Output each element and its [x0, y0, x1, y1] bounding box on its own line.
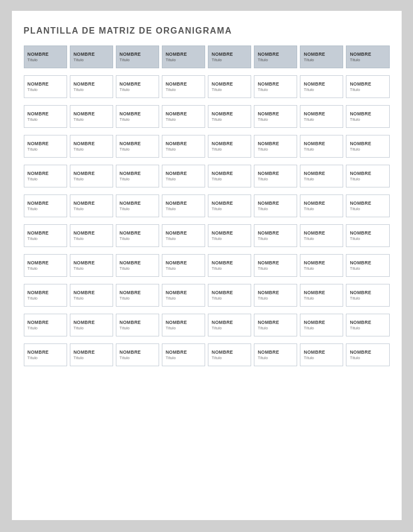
card-title-label: Título: [74, 326, 109, 330]
row-gap: [24, 101, 390, 102]
card-title-label: Título: [304, 206, 339, 211]
page: PLANTILLA DE MATRIZ DE ORGANIGRAMA NOMBR…: [12, 11, 402, 520]
card-title-label: Título: [258, 147, 293, 152]
card-row9-col4: NOMBRETítulo: [208, 314, 251, 336]
card-title-label: Título: [28, 206, 63, 211]
card-name-label: NOMBRE: [304, 349, 339, 355]
card-title-label: Título: [166, 206, 201, 211]
card-title-label: Título: [258, 266, 293, 271]
card-name-label: NOMBRE: [350, 141, 385, 146]
card-row2-col6: NOMBRETítulo: [300, 105, 343, 128]
card-title-label: Título: [74, 296, 109, 301]
card-row6-col5: NOMBRETítulo: [254, 224, 297, 247]
card-name-label: NOMBRE: [304, 51, 339, 57]
card-name-label: NOMBRE: [28, 349, 63, 355]
card-row7-col0: NOMBRETítulo: [24, 254, 67, 277]
card-row8-col3: NOMBRETítulo: [162, 284, 205, 307]
card-title-label: Título: [212, 177, 247, 181]
card-name-label: NOMBRE: [258, 230, 293, 236]
card-row5-col0: NOMBRETítulo: [24, 194, 67, 217]
card-name-label: NOMBRE: [120, 81, 155, 87]
card-name-label: NOMBRE: [28, 141, 63, 146]
card-title-label: Título: [28, 87, 63, 92]
card-title-label: Título: [74, 117, 109, 122]
card-name-label: NOMBRE: [350, 260, 385, 265]
card-row6-col6: NOMBRETítulo: [300, 224, 343, 247]
card-title-label: Título: [120, 266, 155, 271]
card-row3-col0: NOMBRETítulo: [24, 135, 67, 158]
card-name-label: NOMBRE: [304, 260, 339, 265]
card-title-label: Título: [28, 147, 63, 152]
card-title-label: Título: [166, 147, 201, 152]
card-title-label: Título: [304, 296, 339, 301]
card-title-label: Título: [166, 266, 201, 271]
card-title-label: Título: [258, 206, 293, 211]
card-row8-col4: NOMBRETítulo: [208, 284, 251, 307]
card-title-label: Título: [350, 266, 385, 271]
card-row1-col6: NOMBRETítulo: [300, 75, 343, 98]
card-row3-col2: NOMBRETítulo: [116, 135, 159, 158]
card-name-label: NOMBRE: [212, 320, 247, 325]
card-title-label: Título: [120, 177, 155, 181]
card-row10-col3: NOMBRETítulo: [162, 343, 205, 366]
card-row2-col0: NOMBRETítulo: [24, 105, 67, 128]
card-name-label: NOMBRE: [212, 290, 247, 295]
card-row8-col0: NOMBRETítulo: [24, 284, 67, 307]
card-row4-col2: NOMBRETítulo: [116, 165, 159, 187]
card-row9-col5: NOMBRETítulo: [254, 314, 297, 336]
card-name-label: NOMBRE: [74, 51, 109, 57]
card-row0-col3: NOMBRETítulo: [162, 46, 205, 68]
card-title-label: Título: [304, 87, 339, 92]
card-name-label: NOMBRE: [166, 81, 201, 87]
card-name-label: NOMBRE: [350, 111, 385, 116]
card-title-label: Título: [166, 117, 201, 122]
card-name-label: NOMBRE: [28, 260, 63, 265]
card-row6-col2: NOMBRETítulo: [116, 224, 159, 247]
card-title-label: Título: [166, 326, 201, 330]
row-gap: [24, 250, 390, 251]
card-title-label: Título: [74, 87, 109, 92]
card-name-label: NOMBRE: [28, 171, 63, 176]
card-name-label: NOMBRE: [258, 141, 293, 146]
card-name-label: NOMBRE: [28, 320, 63, 325]
card-title-label: Título: [74, 57, 109, 62]
card-name-label: NOMBRE: [120, 230, 155, 236]
card-name-label: NOMBRE: [120, 349, 155, 355]
card-row2-col3: NOMBRETítulo: [162, 105, 205, 128]
card-row0-col0: NOMBRETítulo: [24, 46, 67, 68]
card-title-label: Título: [28, 326, 63, 330]
card-row4-col4: NOMBRETítulo: [208, 165, 251, 187]
card-row0-col2: NOMBRETítulo: [116, 46, 159, 68]
card-row1-col0: NOMBRETítulo: [24, 75, 67, 98]
card-name-label: NOMBRE: [166, 141, 201, 146]
card-row7-col5: NOMBRETítulo: [254, 254, 297, 277]
card-row0-col4: NOMBRETítulo: [208, 46, 251, 68]
card-row8-col5: NOMBRETítulo: [254, 284, 297, 307]
card-title-label: Título: [120, 355, 155, 360]
card-title-label: Título: [304, 177, 339, 181]
card-title-label: Título: [120, 236, 155, 241]
card-name-label: NOMBRE: [74, 260, 109, 265]
card-name-label: NOMBRE: [304, 290, 339, 295]
card-row8-col7: NOMBRETítulo: [346, 284, 389, 307]
card-name-label: NOMBRE: [304, 230, 339, 236]
card-title-label: Título: [166, 296, 201, 301]
card-name-label: NOMBRE: [166, 51, 201, 57]
card-name-label: NOMBRE: [28, 230, 63, 236]
card-row8-col2: NOMBRETítulo: [116, 284, 159, 307]
card-row9-col7: NOMBRETítulo: [346, 314, 389, 336]
card-name-label: NOMBRE: [74, 111, 109, 116]
card-row5-col1: NOMBRETítulo: [70, 194, 113, 217]
card-row1-col2: NOMBRETítulo: [116, 75, 159, 98]
card-row7-col2: NOMBRETítulo: [116, 254, 159, 277]
card-row10-col0: NOMBRETítulo: [24, 343, 67, 366]
card-title-label: Título: [212, 57, 247, 62]
card-name-label: NOMBRE: [28, 290, 63, 295]
row-gap: [24, 339, 390, 341]
card-title-label: Título: [212, 266, 247, 271]
card-row7-col4: NOMBRETítulo: [208, 254, 251, 277]
card-title-label: Título: [258, 57, 293, 62]
card-name-label: NOMBRE: [258, 349, 293, 355]
card-name-label: NOMBRE: [258, 290, 293, 295]
card-name-label: NOMBRE: [120, 111, 155, 116]
